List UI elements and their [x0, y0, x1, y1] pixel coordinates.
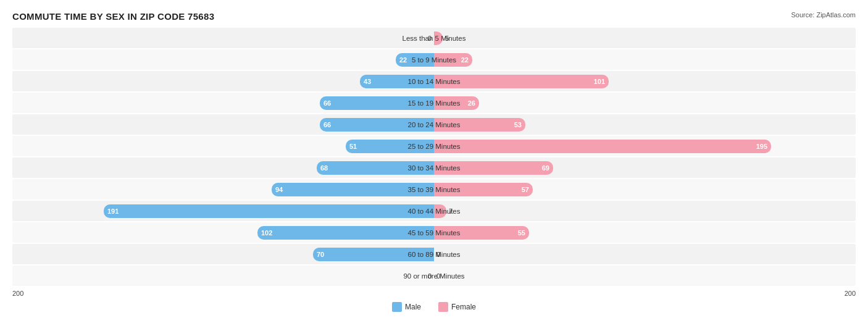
bar-female: 57: [434, 183, 533, 196]
left-section: 22: [12, 49, 434, 70]
female-value-inside: 26: [468, 99, 475, 107]
chart-title: COMMUTE TIME BY SEX IN ZIP CODE 75683: [12, 11, 214, 22]
male-value-inside: 51: [349, 143, 357, 150]
bar-row: 10245 to 59 Minutes55: [12, 222, 856, 243]
right-section: 0: [434, 266, 856, 286]
left-section: 66: [12, 114, 434, 135]
male-value-inside: 70: [317, 251, 324, 258]
right-section: 195: [434, 136, 856, 156]
left-section: 191: [12, 201, 434, 221]
right-section: 26: [434, 93, 856, 113]
bar-male: 70: [313, 248, 434, 261]
female-value-outside: 5: [445, 35, 449, 42]
bar-female: 26: [434, 96, 479, 110]
female-value-inside: 53: [514, 121, 522, 128]
bar-male: 68: [317, 161, 434, 175]
female-value-outside: 7: [449, 208, 453, 215]
male-value-inside: 191: [107, 208, 119, 215]
male-value-inside: 66: [323, 121, 331, 128]
legend-male-label: Male: [405, 303, 421, 311]
bar-male: 51: [346, 140, 434, 153]
chart-container: COMMUTE TIME BY SEX IN ZIP CODE 75683 So…: [0, 0, 868, 323]
bar-row: 9435 to 39 Minutes57: [12, 179, 856, 199]
bar-female: 101: [434, 75, 609, 88]
bar-female: [434, 204, 446, 218]
right-section: 0: [434, 244, 856, 264]
female-value-inside: 57: [522, 186, 529, 193]
bar-male: 66: [320, 96, 434, 110]
legend-female: Female: [438, 302, 476, 312]
bar-row: 225 to 9 Minutes22: [12, 49, 856, 70]
right-section: 57: [434, 179, 856, 199]
female-value-inside: 101: [594, 78, 605, 85]
left-section: 51: [12, 136, 434, 156]
right-section: 5: [434, 28, 856, 48]
bar-female: 22: [434, 53, 472, 67]
bar-row: 0Less than 5 Minutes5: [12, 28, 856, 48]
male-value-inside: 66: [323, 99, 331, 107]
bar-row: 6620 to 24 Minutes53: [12, 114, 856, 135]
bar-female: [434, 31, 443, 45]
right-section: 101: [434, 71, 856, 91]
bar-female: 53: [434, 118, 525, 132]
right-section: 69: [434, 157, 856, 178]
legend-male: Male: [392, 302, 421, 312]
bar-male: 191: [104, 204, 434, 218]
bar-row: 19140 to 44 Minutes7: [12, 201, 856, 221]
bar-row: 4310 to 14 Minutes101: [12, 71, 856, 91]
bar-row: 6830 to 34 Minutes69: [12, 157, 856, 178]
male-value-inside: 22: [399, 56, 407, 64]
bar-male: 22: [396, 53, 434, 67]
female-value-inside: 22: [461, 56, 469, 64]
left-section: 43: [12, 71, 434, 91]
male-value-inside: 94: [275, 186, 283, 193]
bar-female: 55: [434, 226, 529, 240]
bar-row: 5125 to 29 Minutes195: [12, 136, 856, 156]
bar-male: 66: [320, 118, 434, 132]
legend: Male Female: [12, 302, 856, 312]
legend-female-label: Female: [451, 303, 476, 311]
bar-female: 69: [434, 161, 553, 175]
left-section: 68: [12, 157, 434, 178]
bar-male: 43: [360, 75, 434, 88]
male-value-zero: 0: [428, 35, 432, 42]
male-value-inside: 102: [261, 229, 272, 237]
axis-left: 200: [12, 290, 23, 297]
bar-row: 6615 to 19 Minutes26: [12, 93, 856, 113]
axis-labels: 200 200: [12, 290, 856, 297]
female-value-inside: 69: [542, 164, 549, 172]
female-value-inside: 195: [756, 143, 767, 150]
left-section: 70: [12, 244, 434, 264]
male-value-inside: 43: [364, 78, 371, 85]
legend-male-box: [392, 302, 402, 312]
right-section: 53: [434, 114, 856, 135]
left-section: 66: [12, 93, 434, 113]
chart-source: Source: ZipAtlas.com: [791, 11, 856, 19]
bar-male: 94: [272, 183, 434, 196]
female-value-inside: 55: [518, 229, 525, 237]
legend-female-box: [438, 302, 448, 312]
right-section: 7: [434, 201, 856, 221]
bar-row: 7060 to 89 Minutes0: [12, 244, 856, 264]
left-section: 0: [12, 266, 434, 286]
chart-area: 0Less than 5 Minutes5225 to 9 Minutes224…: [12, 28, 856, 286]
bar-row: 090 or more Minutes0: [12, 266, 856, 286]
right-section: 22: [434, 49, 856, 70]
axis-right: 200: [845, 290, 856, 297]
left-section: 102: [12, 222, 434, 243]
female-value-zero: 0: [436, 251, 440, 258]
bar-female: 195: [434, 140, 771, 153]
left-section: 0: [12, 28, 434, 48]
left-section: 94: [12, 179, 434, 199]
female-value-zero: 0: [436, 272, 440, 280]
male-value-zero: 0: [428, 272, 432, 280]
right-section: 55: [434, 222, 856, 243]
bar-male: 102: [257, 226, 434, 240]
male-value-inside: 68: [320, 164, 328, 172]
chart-header: COMMUTE TIME BY SEX IN ZIP CODE 75683 So…: [12, 11, 856, 22]
